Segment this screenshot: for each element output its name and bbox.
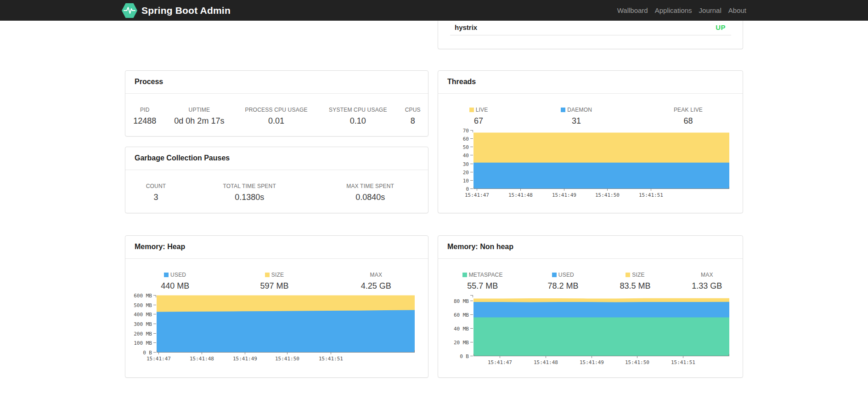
threads-chart: 01020304050607015:41:4715:41:4815:41:491… — [438, 128, 743, 201]
svg-text:0 B: 0 B — [460, 353, 469, 359]
svg-text:20: 20 — [463, 170, 469, 176]
main-content: Process PID 12488 UPTIME 0d 0h 2m 17s PR… — [125, 21, 743, 378]
metric-label: TOTAL TIME SPENT — [192, 183, 307, 189]
metric-used: USED 440 MB — [125, 272, 225, 291]
svg-text:15:41:48: 15:41:48 — [508, 192, 533, 198]
metric-size: SIZE 597 MB — [225, 272, 324, 291]
svg-text:15:41:47: 15:41:47 — [147, 356, 171, 362]
svg-text:15:41:51: 15:41:51 — [671, 359, 695, 365]
application-status-card: hystrix UP — [438, 21, 743, 49]
svg-text:0: 0 — [466, 186, 469, 192]
metric-label: MAX — [330, 272, 423, 278]
metric-value: 78.2 MB — [532, 281, 593, 291]
metric-label: CPUS — [403, 107, 423, 113]
svg-text:15:41:51: 15:41:51 — [639, 192, 663, 198]
legend-swatch-used — [552, 273, 557, 277]
metric-value: 0d 0h 2m 17s — [170, 116, 229, 126]
metric-process-cpu-usage: PROCESS CPU USAGE 0.01 — [234, 107, 318, 126]
svg-text:15:41:51: 15:41:51 — [319, 356, 343, 362]
metric-value: 12488 — [131, 116, 159, 126]
metric-size: SIZE 83.5 MB — [599, 272, 671, 291]
metric-label: MAX TIME SPENT — [318, 183, 423, 189]
application-name: hystrix — [455, 23, 477, 31]
navbar: Spring Boot Admin Wallboard Applications… — [0, 0, 868, 21]
svg-text:80 MB: 80 MB — [454, 298, 469, 304]
nav-link-about[interactable]: About — [721, 6, 746, 14]
metric-label: UPTIME — [170, 107, 229, 113]
application-row: hystrix UP — [438, 21, 743, 35]
metric-label: PID — [131, 107, 159, 113]
metric-value: 67 — [444, 116, 513, 126]
metric-value: 4.25 GB — [330, 281, 423, 291]
metric-metaspace: METASPACE 55.7 MB — [438, 272, 527, 291]
memory-nonheap-card-title: Memory: Non heap — [438, 236, 743, 259]
threads-card: Threads LIVE 67 DAEMON 31 PEAK LIVE 68 0… — [438, 70, 743, 213]
svg-text:40 MB: 40 MB — [454, 326, 469, 332]
gc-pauses-card: Garbage Collection Pauses COUNT 3 TOTAL … — [125, 147, 428, 213]
threads-card-title: Threads — [438, 71, 743, 94]
memory-nonheap-metrics: METASPACE 55.7 MB USED 78.2 MB SIZE 83.5… — [438, 272, 743, 291]
svg-text:15:41:50: 15:41:50 — [595, 192, 620, 198]
svg-text:60 MB: 60 MB — [454, 312, 469, 318]
metric-value: 68 — [639, 116, 737, 126]
metric-value: 0.1380s — [192, 193, 307, 202]
metric-label: SIZE — [230, 272, 318, 278]
metric-value: 55.7 MB — [444, 281, 521, 291]
application-status-badge: UP — [716, 23, 726, 31]
metric-cpus: CPUS 8 — [397, 107, 428, 126]
metric-value: 83.5 MB — [604, 281, 665, 291]
legend-swatch-daemon — [561, 108, 565, 112]
metric-value: 1.33 GB — [677, 281, 737, 291]
app-logo-icon — [122, 3, 137, 18]
svg-text:400 MB: 400 MB — [134, 312, 152, 318]
svg-text:40: 40 — [463, 153, 469, 159]
navbar-brand[interactable]: Spring Boot Admin — [122, 3, 231, 18]
metric-value: 8 — [403, 116, 423, 126]
legend-swatch-size — [626, 273, 630, 277]
metric-value: 0.01 — [240, 116, 313, 126]
nav-link-wallboard[interactable]: Wallboard — [610, 6, 648, 14]
svg-text:15:41:49: 15:41:49 — [580, 359, 604, 365]
gc-metrics: COUNT 3 TOTAL TIME SPENT 0.1380s MAX TIM… — [125, 183, 428, 202]
nav-link-applications[interactable]: Applications — [648, 6, 692, 14]
svg-text:15:41:50: 15:41:50 — [275, 356, 299, 362]
metric-label: METASPACE — [444, 272, 521, 278]
process-card-title: Process — [125, 71, 428, 94]
metric-max: MAX 4.25 GB — [324, 272, 428, 291]
metric-peak-live: PEAK LIVE 68 — [634, 107, 743, 126]
metric-label: PROCESS CPU USAGE — [240, 107, 313, 113]
svg-text:70: 70 — [463, 128, 469, 134]
process-metrics: PID 12488 UPTIME 0d 0h 2m 17s PROCESS CP… — [125, 107, 428, 126]
svg-text:20 MB: 20 MB — [454, 340, 469, 346]
metric-label: SYSTEM CPU USAGE — [324, 107, 392, 113]
legend-swatch-live — [469, 108, 474, 112]
memory-nonheap-card: Memory: Non heap METASPACE 55.7 MB USED … — [438, 235, 743, 378]
metric-value: 0.10 — [324, 116, 392, 126]
metric-label: MAX — [677, 272, 737, 278]
metric-value: 440 MB — [131, 281, 219, 291]
metric-label: SIZE — [604, 272, 665, 278]
metric-value: 3 — [131, 193, 181, 202]
metric-label: LIVE — [444, 107, 513, 113]
spacer — [125, 21, 428, 70]
svg-text:500 MB: 500 MB — [134, 302, 152, 308]
threads-metrics: LIVE 67 DAEMON 31 PEAK LIVE 68 — [438, 107, 743, 126]
svg-text:50: 50 — [463, 144, 469, 150]
memory-heap-card: Memory: Heap USED 440 MB SIZE 597 MB MAX… — [125, 235, 428, 378]
svg-text:60: 60 — [463, 136, 469, 142]
metric-value: 597 MB — [230, 281, 318, 291]
svg-text:600 MB: 600 MB — [134, 293, 152, 299]
process-card: Process PID 12488 UPTIME 0d 0h 2m 17s PR… — [125, 70, 428, 137]
svg-text:15:41:47: 15:41:47 — [465, 192, 489, 198]
svg-text:15:41:47: 15:41:47 — [488, 359, 512, 365]
svg-text:300 MB: 300 MB — [134, 321, 152, 327]
metric-pid: PID 12488 — [125, 107, 164, 126]
svg-text:30: 30 — [463, 161, 469, 167]
metric-system-cpu-usage: SYSTEM CPU USAGE 0.10 — [318, 107, 397, 126]
svg-text:15:41:49: 15:41:49 — [233, 356, 257, 362]
metric-live: LIVE 67 — [438, 107, 519, 126]
metric-value: 0.0840s — [318, 193, 423, 202]
metric-value: 31 — [524, 116, 628, 126]
legend-swatch-used — [164, 273, 169, 277]
nav-link-journal[interactable]: Journal — [692, 6, 721, 14]
